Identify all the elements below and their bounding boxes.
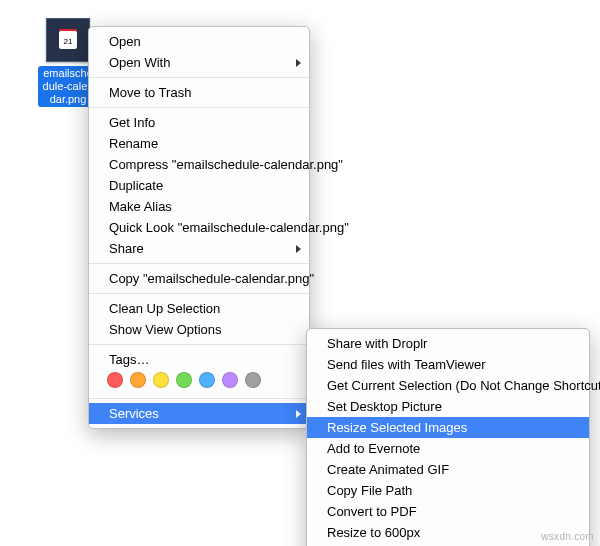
menu-quick-look[interactable]: Quick Look "emailschedule-calendar.png" bbox=[89, 217, 309, 238]
menu-services-label: Services bbox=[109, 406, 159, 421]
services-submenu: Share with Droplr Send files with TeamVi… bbox=[306, 328, 590, 546]
menu-separator bbox=[89, 344, 309, 345]
tag-gray[interactable] bbox=[245, 372, 261, 388]
menu-show-view-options[interactable]: Show View Options bbox=[89, 319, 309, 340]
tag-orange[interactable] bbox=[130, 372, 146, 388]
menu-make-alias[interactable]: Make Alias bbox=[89, 196, 309, 217]
service-share-droplr[interactable]: Share with Droplr bbox=[307, 333, 589, 354]
menu-compress[interactable]: Compress "emailschedule-calendar.png" bbox=[89, 154, 309, 175]
menu-clean-up[interactable]: Clean Up Selection bbox=[89, 298, 309, 319]
menu-duplicate[interactable]: Duplicate bbox=[89, 175, 309, 196]
context-menu: Open Open With Move to Trash Get Info Re… bbox=[88, 26, 310, 429]
menu-separator bbox=[89, 77, 309, 78]
menu-move-to-trash[interactable]: Move to Trash bbox=[89, 82, 309, 103]
service-resize-selected[interactable]: Resize Selected Images bbox=[307, 417, 589, 438]
menu-separator bbox=[89, 398, 309, 399]
tag-purple[interactable] bbox=[222, 372, 238, 388]
menu-open-with-label: Open With bbox=[109, 55, 170, 70]
menu-share[interactable]: Share bbox=[89, 238, 309, 259]
tag-blue[interactable] bbox=[199, 372, 215, 388]
tags-row bbox=[89, 368, 309, 394]
file-thumbnail bbox=[46, 18, 90, 62]
menu-tags-label: Tags… bbox=[89, 349, 309, 368]
chevron-right-icon bbox=[296, 59, 301, 67]
menu-separator bbox=[89, 107, 309, 108]
service-add-evernote[interactable]: Add to Evernote bbox=[307, 438, 589, 459]
chevron-right-icon bbox=[296, 410, 301, 418]
service-to-pdf[interactable]: Convert to PDF bbox=[307, 501, 589, 522]
service-set-desktop[interactable]: Set Desktop Picture bbox=[307, 396, 589, 417]
menu-open-with[interactable]: Open With bbox=[89, 52, 309, 73]
watermark: wsxdn.com bbox=[541, 531, 594, 542]
service-create-gif[interactable]: Create Animated GIF bbox=[307, 459, 589, 480]
menu-separator bbox=[89, 293, 309, 294]
tag-yellow[interactable] bbox=[153, 372, 169, 388]
menu-copy[interactable]: Copy "emailschedule-calendar.png" bbox=[89, 268, 309, 289]
menu-get-info[interactable]: Get Info bbox=[89, 112, 309, 133]
service-get-selection[interactable]: Get Current Selection (Do Not Change Sho… bbox=[307, 375, 589, 396]
service-send-teamviewer[interactable]: Send files with TeamViewer bbox=[307, 354, 589, 375]
menu-services[interactable]: Services bbox=[89, 403, 309, 424]
tag-green[interactable] bbox=[176, 372, 192, 388]
menu-open[interactable]: Open bbox=[89, 31, 309, 52]
chevron-right-icon bbox=[296, 245, 301, 253]
service-copy-path[interactable]: Copy File Path bbox=[307, 480, 589, 501]
menu-share-label: Share bbox=[109, 241, 144, 256]
tag-red[interactable] bbox=[107, 372, 123, 388]
menu-separator bbox=[89, 263, 309, 264]
menu-rename[interactable]: Rename bbox=[89, 133, 309, 154]
